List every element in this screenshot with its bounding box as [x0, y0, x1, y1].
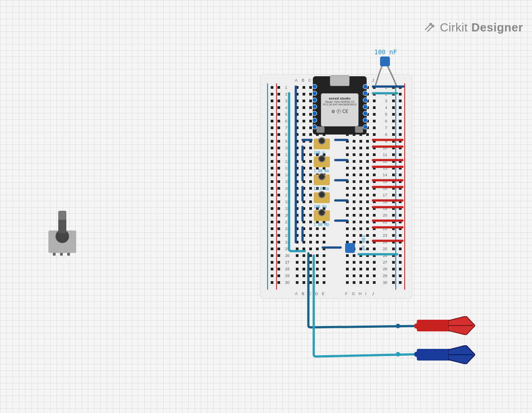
row-label: 19	[285, 206, 290, 211]
row-label: 6	[385, 119, 387, 123]
row-label: 29	[285, 274, 290, 278]
row-label: 12	[285, 159, 290, 164]
row-label: 29	[383, 274, 387, 278]
capacitor-top[interactable]	[380, 57, 390, 66]
rail-holes-left	[269, 84, 282, 286]
row-label: 8	[385, 132, 387, 137]
row-label: 13	[383, 166, 387, 170]
mcu-brand: seeed studio	[321, 96, 358, 100]
row-label: 23	[383, 233, 387, 238]
row-label: 22	[285, 226, 290, 231]
row-label: 25	[285, 247, 290, 251]
row-label: 17	[383, 193, 387, 197]
alligator-clip-red[interactable]	[417, 316, 475, 335]
row-label: 14	[285, 173, 290, 177]
row-label: 12	[383, 159, 387, 164]
row-label: 28	[383, 267, 387, 271]
row-label: 19	[383, 206, 387, 211]
row-label: 28	[285, 267, 290, 271]
row-label: 17	[285, 193, 290, 197]
row-label: 3	[285, 99, 287, 103]
col-label: B	[302, 291, 304, 296]
row-label: 1	[385, 85, 387, 90]
row-label: 20	[383, 213, 387, 217]
row-label: 3	[385, 99, 387, 103]
col-label: F	[345, 291, 348, 296]
row-label: 4	[385, 105, 387, 110]
col-label: A	[295, 78, 298, 83]
trimpot-100ohm[interactable]: 100 Ω	[314, 137, 330, 151]
row-label: 24	[285, 240, 290, 244]
logo-product-text: Designer	[471, 21, 523, 35]
row-label: 9	[385, 139, 387, 143]
row-label: 5	[285, 112, 287, 117]
row-label: 13	[285, 166, 290, 170]
row-label: 4	[285, 105, 287, 110]
potentiometer-component[interactable]	[47, 211, 78, 256]
trimpot-1k[interactable]: 1.00 KΩ	[314, 155, 330, 169]
col-label: A	[295, 291, 298, 296]
row-label: 26	[383, 253, 387, 258]
row-label: 21	[383, 220, 387, 224]
xiao-esp32c3-board[interactable]: seeed studio Model: XIAO-ESP32-C3 FCC ID…	[313, 76, 367, 135]
pot-pins	[53, 253, 70, 256]
mcu-button-b[interactable]	[316, 126, 324, 133]
row-label: 26	[285, 253, 290, 258]
trimpot-100k[interactable]: 100 KΩ	[314, 191, 330, 204]
trimpot-10k[interactable]: 10.0 KΩ	[314, 173, 330, 187]
col-label: C	[308, 291, 311, 296]
row-label: 8	[285, 132, 287, 137]
row-label: 2	[385, 92, 387, 96]
svg-point-0	[430, 23, 432, 25]
row-label: 21	[285, 220, 290, 224]
row-label: 11	[383, 152, 387, 157]
row-label: 30	[285, 280, 290, 285]
row-label: 27	[383, 260, 387, 265]
power-rail-right-pos	[404, 83, 405, 290]
col-label: H	[359, 291, 362, 296]
row-label: 24	[383, 240, 387, 244]
row-label: 18	[383, 200, 387, 204]
logo-brand-text: Cirkit	[440, 21, 468, 35]
pot-shaft	[58, 211, 66, 233]
row-label: 18	[285, 200, 290, 204]
col-label: D	[315, 291, 318, 296]
trimpot-1m[interactable]: 1.00 MΩ	[314, 209, 330, 222]
col-label: B	[302, 78, 304, 83]
row-label: 1	[285, 85, 287, 90]
row-label: 10	[285, 146, 290, 150]
row-label: 7	[385, 126, 387, 130]
mcu-button-r[interactable]	[355, 126, 363, 133]
row-label: 15	[383, 179, 387, 184]
app-logo: Cirkit Designer	[424, 21, 523, 35]
mcu-fcc: FCC ID:Z4T-XIAOESP32C3	[321, 103, 358, 106]
power-rail-left-neg	[267, 83, 268, 290]
col-label: J	[372, 291, 374, 296]
row-label: 5	[385, 112, 387, 117]
rail-holes-right	[390, 84, 403, 286]
col-label: C	[308, 78, 311, 83]
col-label: E	[322, 291, 324, 296]
usb-c-port	[330, 75, 350, 86]
row-label: 10	[383, 146, 387, 150]
row-label: 16	[285, 186, 290, 191]
row-label: 23	[285, 233, 290, 238]
alligator-clip-blue[interactable]	[417, 345, 475, 364]
row-label: 30	[383, 280, 387, 285]
row-label: 22	[383, 226, 387, 231]
capacitor-bottom[interactable]	[345, 243, 355, 253]
svg-point-1	[432, 25, 434, 27]
row-label: 6	[285, 119, 287, 123]
row-label: 20	[285, 213, 290, 217]
row-label: 2	[285, 92, 287, 96]
row-label: 25	[383, 247, 387, 251]
row-label: 9	[285, 139, 287, 143]
col-label: I	[365, 291, 367, 296]
row-label: 27	[285, 260, 290, 265]
row-label: 7	[285, 126, 287, 130]
row-label: 15	[285, 179, 290, 184]
capacitor-top-label: 100 nF	[374, 48, 397, 56]
row-label: 11	[285, 152, 290, 157]
row-label: 14	[383, 173, 387, 177]
capacitor-bottom-label: 100 nF	[361, 235, 366, 251]
